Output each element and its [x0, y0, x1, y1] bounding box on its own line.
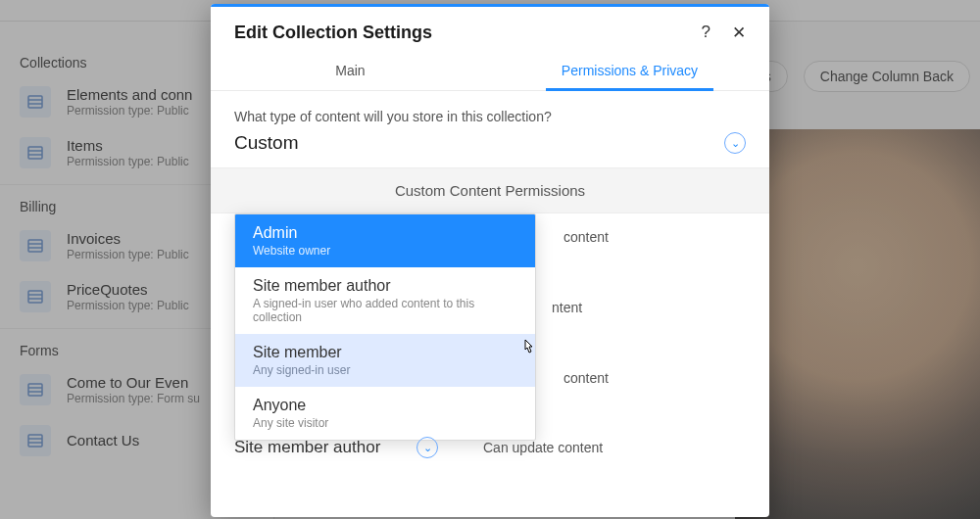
chevron-down-icon[interactable]: ⌄	[724, 132, 746, 154]
perm-row-fragment: ntent	[552, 300, 582, 315]
chevron-down-icon[interactable]: ⌄	[416, 437, 438, 458]
option-subtitle: A signed-in user who added content to th…	[253, 297, 517, 324]
option-title: Anyone	[253, 397, 517, 414]
option-title: Admin	[253, 224, 517, 242]
perm-row-fragment: content	[564, 370, 609, 386]
tab-permissions[interactable]: Permissions & Privacy	[490, 53, 769, 90]
option-subtitle: Any signed-in user	[253, 363, 517, 377]
role-dropdown[interactable]: Admin Website owner Site member author A…	[234, 213, 536, 441]
option-title: Site member	[253, 344, 517, 361]
content-type-select[interactable]: Custom ⌄	[234, 132, 746, 154]
dropdown-option-admin[interactable]: Admin Website owner	[235, 214, 535, 267]
modal-title: Edit Collection Settings	[234, 23, 432, 43]
dropdown-option-site-member-author[interactable]: Site member author A signed-in user who …	[235, 267, 535, 334]
modal-close-icon[interactable]: ✕	[732, 23, 746, 43]
dropdown-option-anyone[interactable]: Anyone Any site visitor	[235, 387, 535, 440]
perm-can: Can update content	[483, 440, 603, 455]
tab-main[interactable]: Main	[211, 53, 490, 90]
option-subtitle: Any site visitor	[253, 416, 517, 430]
edit-collection-settings-modal: Edit Collection Settings ? ✕ Main Permis…	[211, 4, 769, 517]
content-type-question: What type of content will you store in t…	[234, 109, 746, 124]
perm-who: Site member author	[234, 438, 411, 457]
section-heading: Custom Content Permissions	[211, 167, 769, 213]
dropdown-option-site-member[interactable]: Site member Any signed-in user	[235, 334, 535, 387]
perm-row-fragment: content	[564, 229, 609, 245]
content-type-value: Custom	[234, 132, 298, 154]
modal-help-icon[interactable]: ?	[702, 23, 710, 43]
option-title: Site member author	[253, 277, 517, 295]
option-subtitle: Website owner	[253, 244, 517, 258]
